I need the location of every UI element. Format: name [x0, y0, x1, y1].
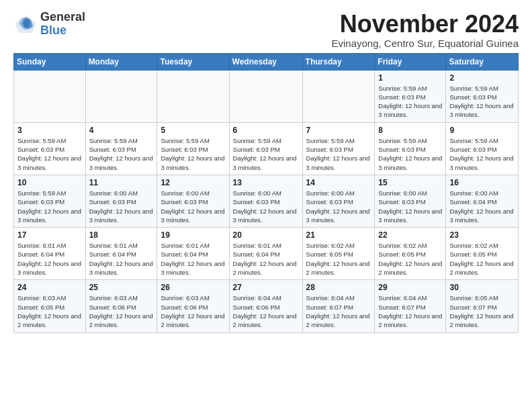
- col-friday: Friday: [375, 53, 446, 70]
- calendar-cell: 4Sunrise: 5:59 AM Sunset: 6:03 PM Daylig…: [85, 122, 157, 175]
- calendar-cell: 27Sunrise: 6:04 AM Sunset: 6:06 PM Dayli…: [229, 280, 302, 332]
- day-number: 20: [233, 230, 299, 240]
- day-info: Sunrise: 6:04 AM Sunset: 6:07 PM Dayligh…: [306, 293, 371, 329]
- day-number: 10: [17, 178, 82, 187]
- col-saturday: Saturday: [446, 53, 519, 70]
- calendar-cell: [302, 70, 375, 122]
- day-info: Sunrise: 6:00 AM Sunset: 6:03 PM Dayligh…: [378, 189, 442, 224]
- calendar-cell: 7Sunrise: 5:59 AM Sunset: 6:03 PM Daylig…: [302, 122, 375, 175]
- calendar-cell: 14Sunrise: 6:00 AM Sunset: 6:03 PM Dayli…: [302, 175, 375, 227]
- calendar-cell: 9Sunrise: 5:59 AM Sunset: 6:03 PM Daylig…: [446, 122, 519, 175]
- day-number: 9: [449, 126, 515, 135]
- day-info: Sunrise: 6:05 AM Sunset: 6:07 PM Dayligh…: [449, 293, 515, 329]
- day-info: Sunrise: 6:04 AM Sunset: 6:06 PM Dayligh…: [233, 293, 299, 329]
- day-number: 18: [89, 230, 154, 240]
- day-info: Sunrise: 5:59 AM Sunset: 6:03 PM Dayligh…: [449, 84, 515, 120]
- day-info: Sunrise: 6:00 AM Sunset: 6:03 PM Dayligh…: [233, 189, 299, 224]
- calendar-cell: 10Sunrise: 5:59 AM Sunset: 6:03 PM Dayli…: [14, 175, 86, 227]
- calendar-table: Sunday Monday Tuesday Wednesday Thursday…: [13, 53, 519, 333]
- day-number: 23: [449, 230, 515, 240]
- logo: General Blue: [13, 11, 85, 38]
- calendar-cell: 6Sunrise: 5:59 AM Sunset: 6:03 PM Daylig…: [229, 122, 302, 175]
- day-number: 5: [161, 126, 225, 135]
- calendar-cell: 29Sunrise: 6:04 AM Sunset: 6:07 PM Dayli…: [375, 280, 446, 332]
- calendar-cell: 15Sunrise: 6:00 AM Sunset: 6:03 PM Dayli…: [375, 175, 446, 227]
- calendar-cell: 21Sunrise: 6:02 AM Sunset: 6:05 PM Dayli…: [302, 228, 375, 280]
- day-number: 1: [378, 73, 442, 83]
- day-info: Sunrise: 6:03 AM Sunset: 6:06 PM Dayligh…: [161, 293, 225, 329]
- day-number: 24: [17, 283, 82, 292]
- calendar-cell: 18Sunrise: 6:01 AM Sunset: 6:04 PM Dayli…: [85, 228, 157, 280]
- calendar-cell: 2Sunrise: 5:59 AM Sunset: 6:03 PM Daylig…: [446, 70, 519, 122]
- day-info: Sunrise: 6:04 AM Sunset: 6:07 PM Dayligh…: [378, 293, 442, 329]
- day-info: Sunrise: 6:01 AM Sunset: 6:04 PM Dayligh…: [233, 241, 299, 277]
- day-number: 4: [89, 126, 154, 135]
- day-info: Sunrise: 6:00 AM Sunset: 6:03 PM Dayligh…: [89, 189, 154, 224]
- calendar-cell: 26Sunrise: 6:03 AM Sunset: 6:06 PM Dayli…: [157, 280, 229, 332]
- calendar-header-row: Sunday Monday Tuesday Wednesday Thursday…: [14, 53, 519, 70]
- calendar-cell: 19Sunrise: 6:01 AM Sunset: 6:04 PM Dayli…: [157, 228, 229, 280]
- day-info: Sunrise: 5:59 AM Sunset: 6:03 PM Dayligh…: [378, 84, 442, 120]
- calendar-cell: [85, 70, 157, 122]
- calendar-cell: [229, 70, 302, 122]
- calendar-cell: 17Sunrise: 6:01 AM Sunset: 6:04 PM Dayli…: [14, 228, 86, 280]
- logo-icon: [13, 14, 38, 34]
- day-info: Sunrise: 6:02 AM Sunset: 6:05 PM Dayligh…: [306, 241, 371, 277]
- day-info: Sunrise: 5:59 AM Sunset: 6:03 PM Dayligh…: [17, 136, 82, 172]
- calendar-cell: [157, 70, 229, 122]
- col-tuesday: Tuesday: [157, 53, 229, 70]
- day-info: Sunrise: 6:01 AM Sunset: 6:04 PM Dayligh…: [161, 241, 225, 277]
- day-number: 2: [449, 73, 515, 83]
- day-info: Sunrise: 6:00 AM Sunset: 6:03 PM Dayligh…: [306, 189, 371, 224]
- day-info: Sunrise: 5:59 AM Sunset: 6:03 PM Dayligh…: [89, 136, 154, 172]
- day-number: 29: [378, 283, 442, 292]
- day-number: 21: [306, 230, 371, 240]
- calendar-cell: 8Sunrise: 5:59 AM Sunset: 6:03 PM Daylig…: [375, 122, 446, 175]
- calendar-cell: 24Sunrise: 6:03 AM Sunset: 6:05 PM Dayli…: [14, 280, 86, 332]
- day-info: Sunrise: 6:02 AM Sunset: 6:05 PM Dayligh…: [378, 241, 442, 277]
- logo-text: General Blue: [40, 11, 85, 38]
- col-wednesday: Wednesday: [229, 53, 302, 70]
- day-info: Sunrise: 6:01 AM Sunset: 6:04 PM Dayligh…: [17, 241, 82, 277]
- day-info: Sunrise: 6:00 AM Sunset: 6:03 PM Dayligh…: [161, 189, 225, 224]
- day-info: Sunrise: 6:01 AM Sunset: 6:04 PM Dayligh…: [89, 241, 154, 277]
- day-info: Sunrise: 5:59 AM Sunset: 6:03 PM Dayligh…: [17, 189, 82, 224]
- calendar-cell: 20Sunrise: 6:01 AM Sunset: 6:04 PM Dayli…: [229, 228, 302, 280]
- col-monday: Monday: [85, 53, 157, 70]
- calendar-week-row: 1Sunrise: 5:59 AM Sunset: 6:03 PM Daylig…: [14, 70, 519, 122]
- calendar-cell: 28Sunrise: 6:04 AM Sunset: 6:07 PM Dayli…: [302, 280, 375, 332]
- calendar-cell: 25Sunrise: 6:03 AM Sunset: 6:06 PM Dayli…: [85, 280, 157, 332]
- day-info: Sunrise: 5:59 AM Sunset: 6:03 PM Dayligh…: [306, 136, 371, 172]
- day-number: 22: [378, 230, 442, 240]
- day-info: Sunrise: 5:59 AM Sunset: 6:03 PM Dayligh…: [161, 136, 225, 172]
- calendar-cell: 23Sunrise: 6:02 AM Sunset: 6:05 PM Dayli…: [446, 228, 519, 280]
- day-number: 17: [17, 230, 82, 240]
- col-sunday: Sunday: [14, 53, 86, 70]
- day-number: 7: [306, 126, 371, 135]
- day-number: 28: [306, 283, 371, 292]
- calendar-cell: 11Sunrise: 6:00 AM Sunset: 6:03 PM Dayli…: [85, 175, 157, 227]
- day-number: 19: [161, 230, 225, 240]
- day-number: 11: [89, 178, 154, 187]
- day-info: Sunrise: 6:03 AM Sunset: 6:05 PM Dayligh…: [17, 293, 82, 329]
- day-number: 26: [161, 283, 225, 292]
- calendar-cell: 3Sunrise: 5:59 AM Sunset: 6:03 PM Daylig…: [14, 122, 86, 175]
- day-info: Sunrise: 5:59 AM Sunset: 6:03 PM Dayligh…: [449, 136, 515, 172]
- calendar-week-row: 3Sunrise: 5:59 AM Sunset: 6:03 PM Daylig…: [14, 122, 519, 175]
- calendar-week-row: 10Sunrise: 5:59 AM Sunset: 6:03 PM Dayli…: [14, 175, 519, 227]
- day-number: 25: [89, 283, 154, 292]
- day-info: Sunrise: 5:59 AM Sunset: 6:03 PM Dayligh…: [378, 136, 442, 172]
- page-header: General Blue November 2024 Evinayong, Ce…: [13, 11, 519, 49]
- day-number: 6: [233, 126, 299, 135]
- day-info: Sunrise: 5:59 AM Sunset: 6:03 PM Dayligh…: [233, 136, 299, 172]
- day-info: Sunrise: 6:03 AM Sunset: 6:06 PM Dayligh…: [89, 293, 154, 329]
- calendar-cell: 1Sunrise: 5:59 AM Sunset: 6:03 PM Daylig…: [375, 70, 446, 122]
- day-info: Sunrise: 6:00 AM Sunset: 6:04 PM Dayligh…: [449, 189, 515, 224]
- calendar-cell: 5Sunrise: 5:59 AM Sunset: 6:03 PM Daylig…: [157, 122, 229, 175]
- calendar-week-row: 24Sunrise: 6:03 AM Sunset: 6:05 PM Dayli…: [14, 280, 519, 332]
- day-info: Sunrise: 6:02 AM Sunset: 6:05 PM Dayligh…: [449, 241, 515, 277]
- day-number: 8: [378, 126, 442, 135]
- calendar-week-row: 17Sunrise: 6:01 AM Sunset: 6:04 PM Dayli…: [14, 228, 519, 280]
- col-thursday: Thursday: [302, 53, 375, 70]
- calendar-cell: 30Sunrise: 6:05 AM Sunset: 6:07 PM Dayli…: [446, 280, 519, 332]
